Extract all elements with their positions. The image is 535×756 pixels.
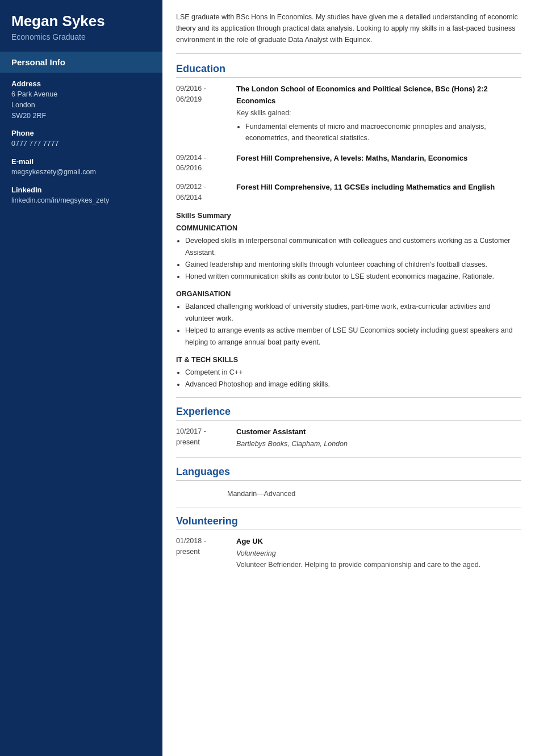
skills-comm-3: Honed written communication skills as co… [185, 271, 521, 283]
skills-it: IT & TECH SKILLS Competent in C++ Advanc… [176, 356, 521, 391]
main-content: LSE graduate with BSc Hons in Economics.… [162, 0, 535, 756]
linkedin-label: LinkedIn [11, 186, 151, 194]
skills-org-2: Helped to arrange events as active membe… [185, 325, 521, 349]
experience-company-1: Bartlebys Books, Clapham, London [236, 438, 521, 450]
volunteering-role-1: Volunteering [236, 548, 521, 559]
volunteering-body-1: Age UK Volunteering Volunteer Befriender… [236, 536, 521, 570]
email-field: E-mail megsykeszety@gmail.com [11, 157, 151, 178]
volunteering-org-1: Age UK [236, 536, 521, 548]
phone-field: Phone 0777 777 7777 [11, 129, 151, 149]
education-title-1: The London School of Economics and Polit… [236, 83, 521, 107]
resume-container: Megan Sykes Economics Graduate Personal … [0, 0, 535, 756]
education-bullet-1-1: Fundamental elements of micro and macroe… [245, 121, 521, 144]
personal-info-content: Address 6 Park Avenue London SW20 2RF Ph… [0, 79, 162, 214]
education-entry-3: 09/2012 -06/2014 Forest Hill Comprehensi… [176, 182, 521, 203]
skills-communication-title: COMMUNICATION [176, 224, 521, 232]
education-body-2: Forest Hill Comprehensive, A levels: Mat… [236, 153, 521, 174]
skills-communication-list: Developed skills in interpersonal commun… [185, 235, 521, 283]
education-date-1: 09/2016 -06/2019 [176, 83, 227, 145]
divider-experience [176, 397, 521, 398]
experience-body-1: Customer Assistant Bartlebys Books, Clap… [236, 426, 521, 450]
experience-section: Experience 10/2017 -present Customer Ass… [176, 406, 521, 450]
skills-it-list: Competent in C++ Advanced Photoshop and … [185, 367, 521, 391]
education-body-3: Forest Hill Comprehensive, 11 GCSEs incl… [236, 182, 521, 203]
skills-it-title: IT & TECH SKILLS [176, 356, 521, 364]
education-body-1: The London School of Economics and Polit… [236, 83, 521, 145]
candidate-title: Economics Graduate [11, 32, 151, 41]
skills-organisation-list: Balanced challenging workload of univers… [185, 301, 521, 349]
linkedin-field: LinkedIn linkedin.com/in/megsykes_zety [11, 186, 151, 206]
volunteering-entry-1: 01/2018 -present Age UK Volunteering Vol… [176, 536, 521, 570]
education-title-3: Forest Hill Comprehensive, 11 GCSEs incl… [236, 182, 521, 194]
sidebar: Megan Sykes Economics Graduate Personal … [0, 0, 162, 756]
experience-date-1: 10/2017 -present [176, 426, 227, 450]
skills-organisation: ORGANISATION Balanced challenging worklo… [176, 290, 521, 349]
languages-section: Languages Mandarin—Advanced [176, 466, 521, 501]
address-line-2: London [11, 100, 151, 111]
email-label: E-mail [11, 157, 151, 166]
divider-languages [176, 457, 521, 458]
education-title: Education [176, 63, 521, 78]
education-title-2: Forest Hill Comprehensive, A levels: Mat… [236, 153, 521, 165]
skills-organisation-title: ORGANISATION [176, 290, 521, 298]
email-value: megsykeszety@gmail.com [11, 167, 151, 178]
experience-title: Experience [176, 406, 521, 421]
education-date-2: 09/2014 -06/2016 [176, 153, 227, 174]
skills-main-title: Skills Summary [176, 211, 521, 220]
skills-comm-1: Developed skills in interpersonal commun… [185, 235, 521, 259]
address-label: Address [11, 79, 151, 88]
skills-comm-2: Gained leadership and mentoring skills t… [185, 259, 521, 271]
skills-org-1: Balanced challenging workload of univers… [185, 301, 521, 325]
education-bullets-1: Fundamental elements of micro and macroe… [245, 121, 521, 144]
experience-entry-1: 10/2017 -present Customer Assistant Bart… [176, 426, 521, 450]
sidebar-header: Megan Sykes Economics Graduate [0, 0, 162, 52]
address-value: 6 Park Avenue London SW20 2RF [11, 89, 151, 121]
personal-info-section-title: Personal Info [0, 52, 162, 73]
education-entry-2: 09/2014 -06/2016 Forest Hill Comprehensi… [176, 153, 521, 174]
experience-job-title-1: Customer Assistant [236, 426, 521, 438]
volunteering-note-1: Volunteer Befriender. Helping to provide… [236, 559, 521, 570]
skills-communication: COMMUNICATION Developed skills in interp… [176, 224, 521, 283]
address-line-1: 6 Park Avenue [11, 89, 151, 100]
address-line-3: SW20 2RF [11, 111, 151, 121]
volunteering-date-1: 01/2018 -present [176, 536, 227, 570]
address-field: Address 6 Park Avenue London SW20 2RF [11, 79, 151, 121]
education-date-3: 09/2012 -06/2014 [176, 182, 227, 203]
education-note-1: Key skills gained: [236, 107, 521, 119]
volunteering-section: Volunteering 01/2018 -present Age UK Vol… [176, 515, 521, 570]
phone-label: Phone [11, 129, 151, 137]
candidate-name: Megan Sykes [11, 12, 151, 30]
languages-title: Languages [176, 466, 521, 481]
education-entry-1: 09/2016 -06/2019 The London School of Ec… [176, 83, 521, 145]
volunteering-title: Volunteering [176, 515, 521, 530]
phone-value: 0777 777 7777 [11, 138, 151, 149]
education-section: Education 09/2016 -06/2019 The London Sc… [176, 63, 521, 203]
divider-volunteering [176, 507, 521, 507]
language-entry-1: Mandarin—Advanced [227, 486, 521, 501]
skills-it-2: Advanced Photoshop and image editing ski… [185, 379, 521, 390]
skills-section: Skills Summary COMMUNICATION Developed s… [176, 211, 521, 391]
summary-text: LSE graduate with BSc Hons in Economics.… [176, 11, 521, 54]
linkedin-value: linkedin.com/in/megsykes_zety [11, 195, 151, 206]
skills-it-1: Competent in C++ [185, 367, 521, 379]
